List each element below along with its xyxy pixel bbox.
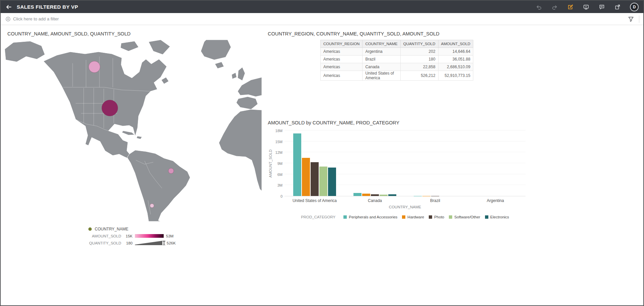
column-header[interactable]: COUNTRY_REGION — [321, 40, 363, 48]
bar[interactable] — [371, 194, 379, 196]
bar[interactable] — [311, 162, 319, 196]
present-icon[interactable] — [583, 4, 589, 10]
legend-country-row[interactable]: COUNTRY_NAME — [87, 225, 265, 232]
comment-icon[interactable] — [598, 4, 605, 10]
table-cell[interactable]: Argentina — [363, 48, 400, 56]
table-cell[interactable]: 526,212 — [400, 71, 438, 81]
filter-bar: Click here to add a filter — [1, 13, 643, 25]
data-table-container: COUNTRY_REGIONCOUNTRY_NAMEQUANTITY_SOLDA… — [320, 40, 466, 81]
add-filter-button[interactable]: Click here to add a filter — [5, 16, 59, 22]
bar[interactable] — [362, 194, 370, 196]
export-icon[interactable] — [614, 4, 621, 10]
quantity-size-wedge — [135, 241, 162, 245]
y-tick-label: 12M — [275, 150, 283, 155]
world-map-svg — [4, 40, 262, 221]
table-cell[interactable]: Brazil — [363, 56, 400, 63]
map-bubble[interactable] — [102, 100, 118, 116]
filter-funnel-icon[interactable] — [628, 16, 634, 22]
chart-area: AMOUNT_SOLD 03M6M9M12M15M18M — [268, 131, 526, 196]
table-cell[interactable]: 2,686,510.09 — [438, 63, 473, 71]
table-cell[interactable]: 180 — [400, 56, 438, 63]
bar-viz-title: AMOUNT_SOLD by COUNTRY_NAME, PROD_CATEGO… — [268, 120, 526, 125]
column-header[interactable]: QUANTITY_SOLD — [400, 40, 438, 48]
bar-group — [405, 131, 465, 196]
legend-swatch — [449, 215, 452, 219]
x-category-label: Canada — [345, 198, 405, 203]
gridline — [285, 130, 526, 130]
bar[interactable] — [328, 168, 336, 196]
bar-group — [285, 131, 345, 196]
bar[interactable] — [302, 158, 310, 196]
x-category-label: Argentina — [465, 198, 526, 203]
y-axis-ticks: 03M6M9M12M15M18M — [273, 131, 285, 196]
x-axis-category-labels: United States of AmericaCanadaBrazilArge… — [285, 198, 526, 203]
y-tick-label: 15M — [275, 140, 283, 144]
table-cell[interactable]: 22,858 — [400, 63, 438, 71]
table-row[interactable]: AmericasArgentina20214,646.64 — [321, 48, 473, 56]
table-row[interactable]: AmericasCanada22,8582,686,510.09 — [321, 63, 473, 71]
add-filter-label: Click here to add a filter — [13, 16, 59, 21]
map-bubble[interactable] — [89, 61, 100, 73]
legend-item[interactable]: Photo — [429, 215, 444, 219]
canvas: COUNTRY_NAME, AMOUNT_SOLD, QUANTITY_SOLD — [1, 25, 643, 305]
plot-area[interactable] — [285, 131, 526, 196]
map-bubble[interactable] — [150, 204, 154, 208]
y-tick-label: 6M — [277, 173, 283, 177]
amount-min-value: 15K — [121, 234, 133, 238]
redo-icon[interactable] — [551, 4, 558, 10]
table-cell[interactable]: Americas — [321, 63, 363, 71]
bar[interactable] — [388, 194, 396, 196]
app-window: SALES FILTERED BY VP D — [0, 0, 644, 306]
legend-item[interactable]: Peripherals and Accessories — [343, 215, 397, 219]
table-row[interactable]: AmericasUnited States of America526,2125… — [321, 71, 473, 81]
table-cell[interactable]: 52,910,773.15 — [438, 71, 473, 81]
table-cell[interactable]: 14,646.64 — [438, 48, 473, 56]
y-tick-label: 0 — [280, 194, 283, 198]
undo-icon[interactable] — [536, 4, 542, 10]
data-table[interactable]: COUNTRY_REGIONCOUNTRY_NAMEQUANTITY_SOLDA… — [320, 40, 473, 81]
map-bubble[interactable] — [168, 168, 174, 174]
bar[interactable] — [353, 193, 361, 196]
table-cell[interactable]: Americas — [321, 71, 363, 81]
back-button[interactable] — [4, 2, 13, 12]
size-cursor-mark — [164, 241, 164, 245]
table-cell[interactable]: Americas — [321, 56, 363, 63]
table-cell[interactable]: 202 — [400, 48, 438, 56]
table-cell[interactable]: Americas — [321, 48, 363, 56]
chart-legend: PROD_CATEGORY Peripherals and Accessorie… — [285, 215, 526, 219]
column-header[interactable]: AMOUNT_SOLD — [438, 40, 473, 48]
bar[interactable] — [380, 195, 388, 196]
bar-group — [345, 131, 405, 196]
legend-quantity-row: QUANTITY_SOLD 180 526K — [87, 239, 265, 246]
y-tick-label: 9M — [277, 162, 283, 166]
legend-quantity-label: QUANTITY_SOLD — [87, 241, 121, 245]
table-row[interactable]: AmericasBrazil18036,051.88 — [321, 56, 473, 63]
amount-max-value: 53M — [166, 234, 173, 238]
amount-gradient-bar — [135, 234, 164, 238]
y-axis-title: AMOUNT_SOLD — [268, 131, 273, 196]
legend-swatch — [485, 215, 488, 219]
quantity-max-value: 526K — [167, 241, 176, 245]
edit-icon[interactable] — [567, 4, 574, 10]
legend-item[interactable]: Electronics — [485, 215, 509, 219]
user-avatar[interactable]: D — [630, 3, 639, 11]
top-bar: SALES FILTERED BY VP D — [1, 1, 643, 13]
table-header-row: COUNTRY_REGIONCOUNTRY_NAMEQUANTITY_SOLDA… — [321, 40, 473, 48]
legend-swatch — [343, 215, 347, 219]
world-map[interactable] — [4, 40, 262, 221]
map-visualization: COUNTRY_NAME, AMOUNT_SOLD, QUANTITY_SOLD — [1, 25, 265, 305]
bar[interactable] — [319, 167, 327, 196]
legend-item[interactable]: Hardware — [402, 215, 424, 219]
table-cell[interactable]: United States of America — [363, 71, 400, 81]
bar-group — [465, 131, 526, 196]
legend-items: Peripherals and AccessoriesHardwarePhoto… — [343, 215, 509, 219]
legend-label: Electronics — [490, 215, 509, 219]
table-cell[interactable]: 36,051.88 — [438, 56, 473, 63]
bar[interactable] — [293, 133, 301, 196]
table-cell[interactable]: Canada — [363, 63, 400, 71]
y-tick-label: 18M — [275, 129, 283, 133]
legend-item[interactable]: Software/Other — [449, 215, 480, 219]
x-axis-title: COUNTRY_NAME — [285, 205, 526, 209]
legend-amount-label: AMOUNT_SOLD — [87, 234, 121, 238]
column-header[interactable]: COUNTRY_NAME — [363, 40, 400, 48]
